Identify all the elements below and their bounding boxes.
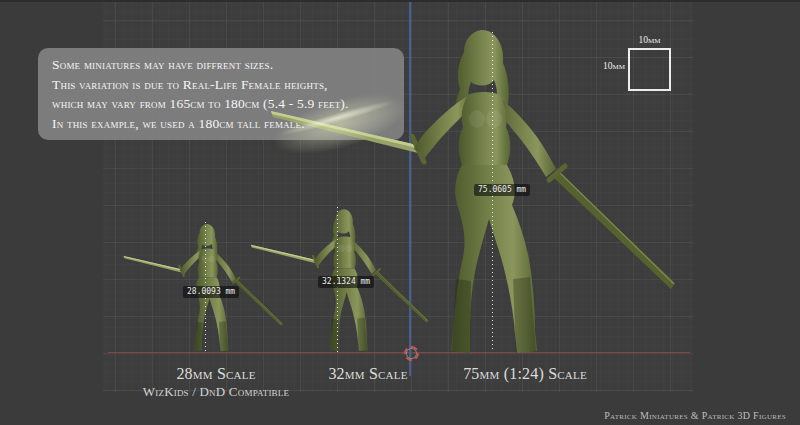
caption-28mm-scale: 28mm Scale bbox=[140, 365, 292, 383]
scale-reference-square bbox=[628, 48, 671, 91]
caption-75mm-scale: 75mm (1:24) Scale bbox=[440, 365, 610, 383]
scale-reference-side-label: 10mm bbox=[594, 61, 625, 71]
caption-32mm-scale: 32mm Scale bbox=[300, 365, 436, 383]
measurement-label-28mm: 28.0093 mm bbox=[183, 286, 239, 298]
measurement-label-32mm: 32.1324 mm bbox=[318, 276, 374, 288]
scale-reference-top-label: 10mm bbox=[627, 35, 672, 45]
blender-3d-viewport[interactable]: Some miniatures may have diffrent sizes.… bbox=[0, 0, 800, 425]
caption-28mm-compatibility: WizKids / DnD Compatible bbox=[110, 384, 322, 400]
3d-cursor-icon[interactable] bbox=[404, 346, 419, 361]
credit-text: Patrick Miniatures & Patrick 3D Figures bbox=[604, 410, 786, 421]
measurement-label-75mm: 75.0605 mm bbox=[474, 184, 530, 196]
